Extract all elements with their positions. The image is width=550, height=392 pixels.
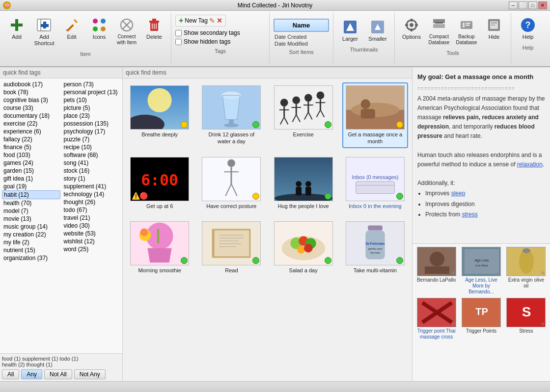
sort-date-created[interactable]: Date Created bbox=[274, 33, 329, 40]
related-item-5[interactable]: S⊞Stress bbox=[505, 298, 547, 340]
restore-button[interactable]: ⬜ bbox=[519, 1, 527, 9]
tag-item-games[interactable]: games (24) bbox=[2, 159, 60, 167]
tag-item-website[interactable]: website (53) bbox=[62, 230, 121, 237]
svg-rect-29 bbox=[411, 19, 412, 22]
tag-item-garden[interactable]: garden (15) bbox=[2, 167, 60, 175]
tag-item-audiobook[interactable]: audiobook (17) bbox=[2, 80, 60, 88]
maximize-button[interactable]: □ bbox=[528, 1, 537, 9]
filter-btn-all[interactable]: All bbox=[2, 369, 19, 379]
tag-item-book[interactable]: book (78) bbox=[2, 88, 60, 96]
tag-item-recipe[interactable]: recipe (10) bbox=[62, 143, 121, 151]
tag-item-health[interactable]: health (70) bbox=[2, 199, 60, 207]
tag-item-music-group[interactable]: music group (14) bbox=[2, 223, 60, 231]
tag-item-gift-idea[interactable]: gift idea (1) bbox=[2, 175, 60, 183]
tag-item-experience[interactable]: experience (6) bbox=[2, 128, 60, 135]
svg-rect-5 bbox=[41, 24, 49, 27]
connect-button[interactable]: Connect with Item bbox=[114, 15, 139, 49]
add-shortcut-button[interactable]: Add Shortcut bbox=[31, 15, 57, 49]
delete-button[interactable]: Delete bbox=[141, 15, 167, 49]
item-card-10[interactable]: Salad a day bbox=[271, 218, 336, 277]
related-item-2[interactable]: ⊞Extra virgin olive oil bbox=[505, 247, 547, 295]
tag-item-software[interactable]: software (68) bbox=[62, 151, 121, 159]
item-card-2[interactable]: Exercise bbox=[271, 82, 336, 148]
tag-item-puzzle[interactable]: puzzle (7) bbox=[62, 135, 121, 143]
edit-button[interactable]: Edit bbox=[59, 15, 84, 49]
tag-item-todo[interactable]: todo (67) bbox=[62, 206, 121, 214]
tag-item-word[interactable]: word (25) bbox=[62, 245, 121, 253]
related-item-3[interactable]: ⊞Trigger point Thai massage cross bbox=[415, 298, 457, 340]
svg-rect-104 bbox=[215, 230, 249, 256]
compact-button[interactable]: Compact Database bbox=[426, 15, 452, 48]
item-card-9[interactable]: Read bbox=[198, 218, 264, 277]
tag-item-fallacy[interactable]: fallacy (22) bbox=[2, 135, 60, 143]
tag-item-habit[interactable]: habit (12) bbox=[2, 190, 60, 199]
tag-item-organization[interactable]: organization (37) bbox=[2, 254, 60, 262]
hide-button[interactable]: Hide bbox=[481, 15, 507, 48]
item-card-4[interactable]: 6:00⚠️🔴Get up at 6 bbox=[127, 154, 192, 212]
tag-item-song[interactable]: song (41) bbox=[62, 159, 121, 167]
close-button[interactable]: ✕ bbox=[538, 1, 547, 9]
add-label: Add bbox=[12, 34, 22, 40]
show-secondary-checkbox[interactable] bbox=[175, 30, 182, 36]
tag-item-stock[interactable]: stock (16) bbox=[62, 167, 121, 175]
item-badge-8 bbox=[181, 257, 188, 264]
help-button[interactable]: ? Help bbox=[515, 15, 541, 43]
stress-link[interactable]: stress bbox=[462, 211, 478, 218]
tag-item-video[interactable]: video (30) bbox=[62, 222, 121, 230]
icons-button[interactable]: Icons bbox=[86, 15, 112, 49]
tag-item-finance[interactable]: finance (5) bbox=[2, 143, 60, 151]
sort-date-modified[interactable]: Date Modified bbox=[274, 40, 329, 47]
tag-item-travel[interactable]: travel (21) bbox=[62, 214, 121, 222]
tag-item-exercise[interactable]: exercise (22) bbox=[2, 120, 60, 128]
filter-btn-not-any[interactable]: Not Any bbox=[74, 369, 106, 379]
backup-button[interactable]: Backup Database bbox=[454, 15, 479, 48]
filter-btn-any[interactable]: Any bbox=[21, 369, 42, 379]
tag-item-cognitive-bias[interactable]: cognitive bias (3) bbox=[2, 96, 60, 104]
item-card-8[interactable]: Morning smoothie bbox=[127, 218, 192, 277]
tag-item-movie[interactable]: movie (13) bbox=[2, 215, 60, 223]
tag-item-technology[interactable]: technology (14) bbox=[62, 190, 121, 198]
tag-item-food[interactable]: food (103) bbox=[2, 151, 60, 159]
item-card-6[interactable]: Hug the people I love bbox=[271, 154, 336, 212]
smaller-button[interactable]: Smaller bbox=[365, 17, 390, 45]
tag-item-my-life[interactable]: my life (2) bbox=[2, 238, 60, 246]
related-item-0[interactable]: ⊞Bernando LaPallo bbox=[415, 247, 457, 295]
show-hidden-checkbox[interactable] bbox=[175, 39, 182, 45]
detail-divider: ============================= bbox=[417, 85, 545, 92]
sleep-link[interactable]: sleep bbox=[451, 190, 466, 197]
item-card-3[interactable]: Get a massage once a month bbox=[342, 82, 408, 148]
tag-item-supplement[interactable]: supplement (41) bbox=[62, 183, 121, 190]
sort-name-button[interactable]: Name bbox=[274, 19, 329, 32]
tag-item-course[interactable]: course (33) bbox=[2, 104, 60, 112]
item-card-0[interactable]: Breathe deeply bbox=[127, 82, 192, 148]
filter-btn-not-all[interactable]: Not All bbox=[44, 369, 72, 379]
tag-item-thought[interactable]: thought (26) bbox=[62, 198, 121, 206]
tag-item-personal-project[interactable]: personal project (13) bbox=[62, 88, 121, 96]
tag-item-place[interactable]: place (23) bbox=[62, 112, 121, 120]
item-card-5[interactable]: Have correct posture bbox=[198, 154, 264, 212]
tag-item-documentary[interactable]: documentary (18) bbox=[2, 112, 60, 120]
add-button[interactable]: Add bbox=[4, 15, 29, 49]
larger-button[interactable]: Larger bbox=[337, 17, 363, 45]
tag-item-wishlist[interactable]: wishlist (12) bbox=[62, 237, 121, 245]
tag-item-goal[interactable]: goal (19) bbox=[2, 183, 60, 190]
item-card-11[interactable]: Dr.Fuhrmangentle careformulaTake multi-v… bbox=[342, 218, 408, 277]
tag-item-my-creation[interactable]: my creation (22) bbox=[2, 231, 60, 238]
svg-point-124 bbox=[430, 252, 444, 266]
tag-item-psychology[interactable]: psychology (17) bbox=[62, 128, 121, 135]
related-item-4[interactable]: TP⊞Trigger Points bbox=[460, 298, 502, 340]
relaxation-link[interactable]: relaxation bbox=[517, 161, 543, 168]
related-item-1[interactable]: Age LessLive More⊞Age Less, Live More by… bbox=[460, 247, 502, 295]
options-button[interactable]: Options bbox=[399, 15, 424, 48]
new-tag-button[interactable]: + New Tag ✎ ✕ bbox=[175, 15, 226, 26]
minimize-button[interactable]: ─ bbox=[509, 1, 518, 9]
tag-item-nutrient[interactable]: nutrient (15) bbox=[2, 246, 60, 254]
tag-item-pets[interactable]: pets (10) bbox=[62, 96, 121, 104]
tag-item-possession[interactable]: possession (135) bbox=[62, 120, 121, 128]
tag-item-model[interactable]: model (7) bbox=[2, 207, 60, 215]
tag-item-picture[interactable]: picture (5) bbox=[62, 104, 121, 112]
item-card-7[interactable]: Inbox (0 messages)Inbox 0 in the evening bbox=[342, 154, 408, 212]
tag-item-person[interactable]: person (73) bbox=[62, 80, 121, 88]
tag-item-story[interactable]: story (1) bbox=[62, 175, 121, 183]
item-card-1[interactable]: Drink 12 glasses of water a day bbox=[198, 82, 264, 148]
